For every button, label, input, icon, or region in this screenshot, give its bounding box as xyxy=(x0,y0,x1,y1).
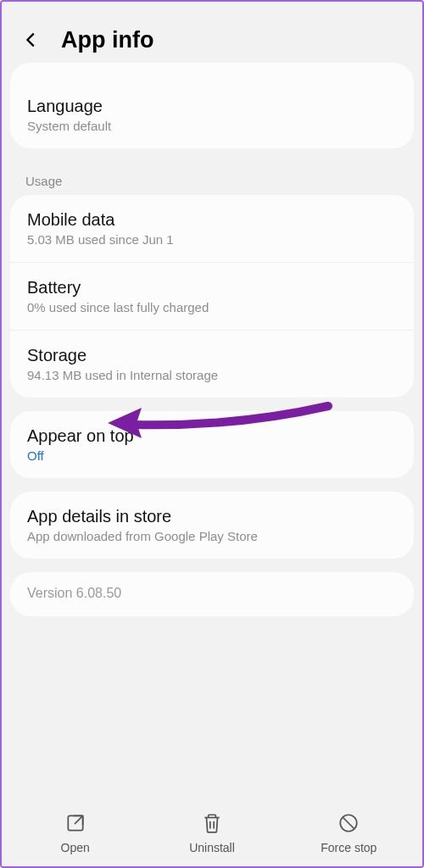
card-version: Version 6.08.50 xyxy=(10,572,414,616)
trash-icon xyxy=(201,812,223,834)
page-title: App info xyxy=(61,27,153,53)
uninstall-button[interactable]: Uninstall xyxy=(143,812,280,854)
svg-line-1 xyxy=(75,815,83,824)
row-store[interactable]: App details in store App downloaded from… xyxy=(10,492,414,559)
row-battery[interactable]: Battery 0% used since last fully charged xyxy=(10,262,414,330)
row-mobile-data[interactable]: Mobile data 5.03 MB used since Jun 1 xyxy=(10,195,414,262)
row-appear-on-top[interactable]: Appear on top Off xyxy=(10,411,414,478)
usage-header: Usage xyxy=(10,162,414,195)
language-label: Language xyxy=(27,95,397,117)
mobile-data-label: Mobile data xyxy=(27,209,397,231)
storage-label: Storage xyxy=(27,344,397,366)
force-stop-button[interactable]: Force stop xyxy=(281,812,417,854)
back-button[interactable] xyxy=(17,25,46,54)
storage-value: 94.13 MB used in Internal storage xyxy=(27,368,397,382)
stop-icon xyxy=(338,812,360,834)
mobile-data-value: 5.03 MB used since Jun 1 xyxy=(27,232,397,247)
row-version: Version 6.08.50 xyxy=(10,572,414,616)
bottom-bar: Open Uninstall Force stop xyxy=(2,804,422,866)
open-label: Open xyxy=(61,841,90,854)
card-store: App details in store App downloaded from… xyxy=(10,492,414,559)
language-value: System default xyxy=(27,119,397,133)
clipped-content xyxy=(10,63,414,81)
header: App info xyxy=(2,2,422,63)
appear-on-top-label: Appear on top xyxy=(27,425,397,447)
row-storage[interactable]: Storage 94.13 MB used in Internal storag… xyxy=(10,330,414,398)
row-language[interactable]: Language System default xyxy=(10,81,414,148)
battery-label: Battery xyxy=(27,276,397,298)
uninstall-label: Uninstall xyxy=(189,841,235,854)
svg-line-5 xyxy=(343,818,354,829)
card-usage: Mobile data 5.03 MB used since Jun 1 Bat… xyxy=(10,195,414,398)
store-value: App downloaded from Google Play Store xyxy=(27,529,397,543)
card-appear-on-top: Appear on top Off xyxy=(10,411,414,478)
force-stop-label: Force stop xyxy=(321,841,377,854)
open-button[interactable]: Open xyxy=(7,812,143,854)
appear-on-top-value: Off xyxy=(27,448,397,463)
card-top-clipped: Language System default xyxy=(10,63,414,148)
back-icon xyxy=(22,31,41,49)
open-icon xyxy=(64,812,86,834)
version-text: Version 6.08.50 xyxy=(27,586,397,601)
battery-value: 0% used since last fully charged xyxy=(27,300,397,314)
store-label: App details in store xyxy=(27,505,397,527)
